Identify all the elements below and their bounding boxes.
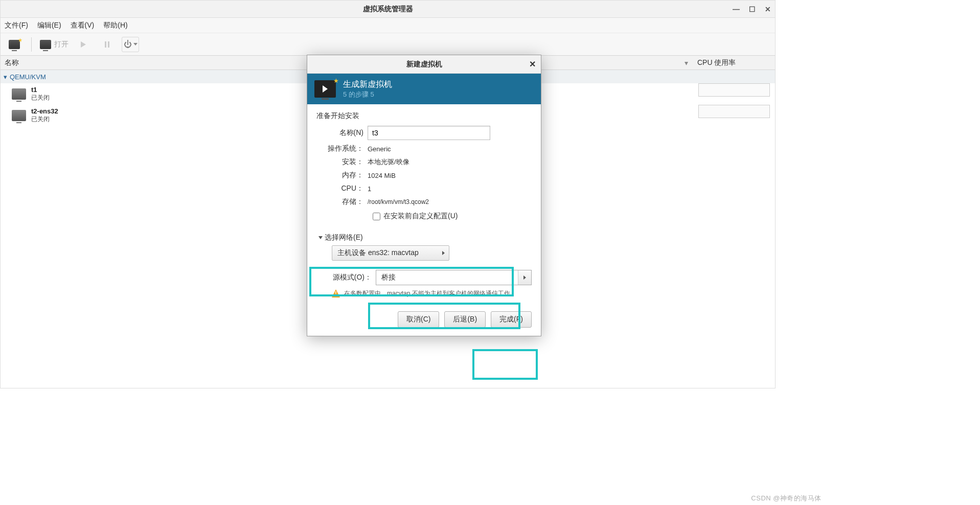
chevron-down-icon: ▾ [685, 59, 688, 67]
open-button[interactable]: 打开 [40, 40, 69, 49]
vm-name: t2-ens32 [31, 107, 58, 115]
mem-label: 内存： [316, 171, 368, 180]
close-icon[interactable]: ✕ [765, 5, 771, 13]
customize-checkbox[interactable] [373, 213, 380, 220]
vm-wizard-icon: ★ [314, 80, 336, 98]
connection-label: QEMU/KVM [10, 73, 46, 81]
network-device-combo[interactable]: 主机设备 ens32: macvtap [332, 245, 449, 261]
menu-help[interactable]: 帮助(H) [103, 21, 127, 30]
dialog-body: 准备开始安装 名称(N) 操作系统：Generic 安装：本地光驱/映像 内存：… [307, 104, 541, 304]
shutdown-button[interactable]: ⏻ [122, 37, 139, 52]
menu-edit[interactable]: 编辑(E) [37, 21, 61, 30]
header-title: 生成新虚拟机 [343, 79, 392, 90]
install-value: 本地光驱/映像 [368, 157, 409, 167]
back-button[interactable]: 后退(B) [444, 311, 486, 328]
chevron-right-icon [442, 251, 445, 255]
minimize-icon[interactable]: — [733, 5, 740, 13]
step-label: 5 的步骤 5 [343, 90, 392, 99]
cpu-value: 1 [368, 185, 371, 193]
vm-icon [12, 88, 26, 100]
network-device-value: 主机设备 ens32: macvtap [337, 248, 419, 258]
cpu-label: CPU： [316, 184, 368, 193]
column-cpu[interactable]: CPU 使用率 [693, 58, 775, 67]
customize-label: 在安装前自定义配置(U) [383, 212, 458, 221]
cpu-usage-cell [698, 105, 770, 118]
run-button[interactable] [75, 37, 92, 52]
warning-text: 在多数配置中，macvtap 不能为主机到客户机的网络通信工作。 [344, 289, 516, 298]
open-label: 打开 [54, 40, 69, 49]
mem-value: 1024 MiB [368, 172, 396, 179]
vm-state: 已关闭 [31, 94, 50, 102]
menu-file[interactable]: 文件(F) [5, 21, 28, 30]
network-expander[interactable]: 选择网络(E) [316, 233, 532, 242]
vm-state: 已关闭 [31, 115, 58, 124]
section-title: 准备开始安装 [316, 111, 532, 121]
dialog-header: ★ 生成新虚拟机 5 的步骤 5 [307, 74, 541, 104]
maximize-icon[interactable]: ☐ [749, 5, 756, 13]
separator [31, 37, 32, 52]
install-label: 安装： [316, 157, 368, 167]
chevron-down-icon [318, 236, 323, 239]
macvtap-warning: 在多数配置中，macvtap 不能为主机到客户机的网络通信工作。 [316, 289, 532, 298]
os-value: Generic [368, 145, 391, 153]
storage-value: /root/kvm/vm/t3.qcow2 [368, 198, 429, 205]
toolbar: 打开 ⏻ [1, 33, 775, 56]
window-title: 虚拟系统管理器 [363, 5, 413, 14]
cpu-usage-cell [698, 83, 770, 97]
new-vm-button[interactable] [6, 37, 23, 52]
finish-button[interactable]: 完成(F) [491, 311, 532, 328]
name-input[interactable] [368, 126, 490, 140]
source-mode-combo[interactable]: 桥接 [376, 270, 532, 285]
menubar: 文件(F) 编辑(E) 查看(V) 帮助(H) [1, 18, 775, 33]
warning-icon [332, 289, 340, 297]
network-expand-label: 选择网络(E) [325, 233, 363, 242]
pause-button[interactable] [98, 37, 116, 52]
source-mode-label: 源模式(O)： [316, 273, 376, 282]
name-label: 名称(N) [316, 128, 368, 137]
chevron-down-icon: ▾ [4, 73, 7, 81]
dialog-title: 新建虚拟机 [406, 60, 442, 69]
dialog-titlebar: 新建虚拟机 ✕ [307, 55, 541, 74]
vm-name: t1 [31, 86, 50, 94]
chevron-right-icon [518, 270, 531, 285]
close-icon[interactable]: ✕ [529, 59, 536, 69]
cancel-button[interactable]: 取消(C) [398, 311, 439, 328]
new-vm-dialog: 新建虚拟机 ✕ ★ 生成新虚拟机 5 的步骤 5 准备开始安装 名称(N) 操作… [307, 55, 541, 336]
titlebar: 虚拟系统管理器 — ☐ ✕ [1, 1, 775, 18]
os-label: 操作系统： [316, 144, 368, 153]
watermark: CSDN @神奇的海马体 [751, 494, 822, 503]
source-mode-value: 桥接 [376, 273, 518, 282]
vm-icon [12, 110, 26, 121]
dialog-buttons: 取消(C) 后退(B) 完成(F) [307, 304, 541, 336]
menu-view[interactable]: 查看(V) [71, 21, 95, 30]
storage-label: 存储： [316, 197, 368, 206]
